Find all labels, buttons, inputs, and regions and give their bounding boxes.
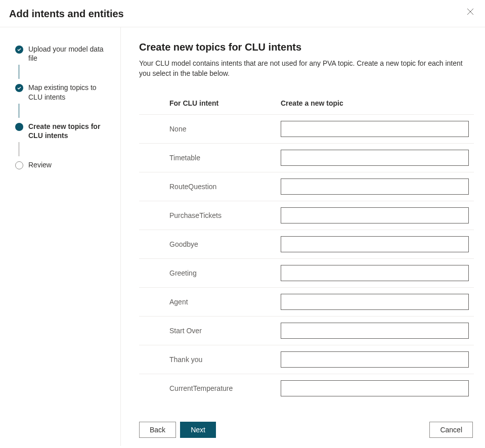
wizard-sidebar: Upload your model data file Map existing… [0, 27, 121, 446]
topic-input[interactable] [281, 236, 469, 252]
future-step-icon [15, 161, 23, 169]
topic-input[interactable] [281, 323, 469, 339]
table-row: Greeting [139, 258, 474, 287]
checkmark-icon [15, 84, 23, 92]
table-header: For CLU intent Create a new topic [139, 99, 474, 114]
dialog-title: Add intents and entities [9, 8, 124, 20]
wizard-step-label: Create new topics for CLU intents [28, 122, 110, 140]
step-connector [19, 142, 19, 156]
table-row: CurrentTemperature [139, 374, 474, 402]
main-panel: Create new topics for CLU intents Your C… [121, 27, 485, 446]
back-button[interactable]: Back [139, 422, 176, 438]
main-content: Create new topics for CLU intents Your C… [121, 27, 485, 413]
intent-label: Thank you [139, 355, 281, 364]
topic-input[interactable] [281, 150, 469, 166]
intent-label: None [139, 125, 281, 133]
column-header-topic: Create a new topic [281, 99, 474, 107]
topic-input[interactable] [281, 178, 469, 195]
topic-input[interactable] [281, 351, 469, 368]
wizard-step-label: Upload your model data file [28, 44, 110, 63]
wizard-step-label: Map existing topics to CLU intents [28, 83, 110, 101]
wizard-step-upload[interactable]: Upload your model data file [15, 44, 110, 63]
close-icon [467, 8, 474, 15]
table-row: Goodbye [139, 230, 474, 258]
dialog-header: Add intents and entities [0, 0, 485, 27]
table-row: RouteQuestion [139, 172, 474, 201]
dialog-body: Upload your model data file Map existing… [0, 27, 485, 446]
wizard-step-map[interactable]: Map existing topics to CLU intents [15, 83, 110, 101]
step-connector [19, 104, 19, 118]
table-row: Start Over [139, 316, 474, 345]
intent-label: Agent [139, 298, 281, 306]
intent-label: RouteQuestion [139, 183, 281, 191]
intent-label: Start Over [139, 327, 281, 335]
checkmark-icon [15, 46, 23, 54]
page-heading: Create new topics for CLU intents [139, 41, 474, 53]
table-row: Timetable [139, 143, 474, 172]
dialog-footer: Back Next Cancel [121, 413, 485, 446]
column-header-intent: For CLU intent [139, 99, 281, 107]
wizard-step-review[interactable]: Review [15, 160, 110, 169]
step-connector [19, 65, 19, 79]
intent-label: PurchaseTickets [139, 211, 281, 219]
cancel-button[interactable]: Cancel [429, 422, 473, 438]
close-button[interactable] [466, 7, 475, 16]
intent-label: CurrentTemperature [139, 384, 281, 392]
intent-label: Timetable [139, 154, 281, 162]
current-step-icon [15, 123, 23, 131]
table-row: Agent [139, 287, 474, 316]
topic-input[interactable] [281, 207, 469, 223]
topic-input[interactable] [281, 294, 469, 310]
topic-input[interactable] [281, 121, 469, 137]
topic-input[interactable] [281, 380, 469, 396]
next-button[interactable]: Next [180, 422, 216, 438]
table-row: None [139, 114, 474, 143]
intent-label: Goodbye [139, 240, 281, 248]
intent-label: Greeting [139, 269, 281, 277]
wizard-step-create[interactable]: Create new topics for CLU intents [15, 122, 110, 140]
table-row: PurchaseTickets [139, 201, 474, 230]
page-description: Your CLU model contains intents that are… [139, 58, 474, 79]
topic-input[interactable] [281, 265, 469, 281]
table-row: Thank you [139, 345, 474, 374]
wizard-step-label: Review [28, 160, 55, 169]
